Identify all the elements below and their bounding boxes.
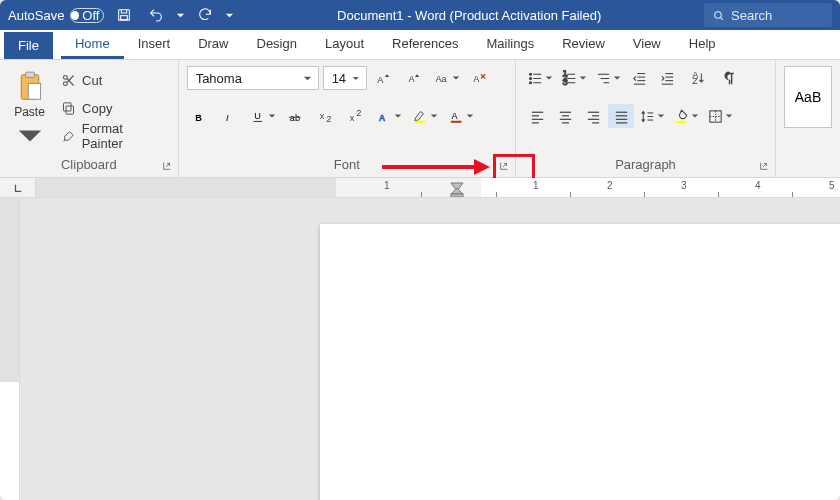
tab-references[interactable]: References [378,30,472,59]
tab-layout[interactable]: Layout [311,30,378,59]
copy-label: Copy [82,101,112,116]
align-left-button[interactable] [524,104,550,128]
svg-text:2: 2 [356,108,361,118]
svg-text:ab: ab [290,112,300,122]
hanging-indent-marker[interactable] [450,187,464,197]
clipboard-group-label: Clipboard [0,157,178,177]
autosave-switch[interactable]: Off [70,8,104,23]
align-center-button[interactable] [552,104,578,128]
toggle-dot-icon [71,11,79,20]
group-clipboard: Paste Cut Copy Format Painter Clipboa [0,60,179,177]
cut-button[interactable]: Cut [57,68,170,92]
undo-button[interactable] [144,3,168,27]
ruler-tick-label: 4 [755,180,761,191]
superscript-button[interactable]: x2 [343,104,369,128]
strikethrough-button[interactable]: ab [283,104,309,128]
tab-review[interactable]: Review [548,30,619,59]
svg-rect-1 [121,16,128,20]
svg-rect-4 [25,72,34,77]
ruler-tick-label: 1 [533,180,539,191]
multilevel-list-button[interactable] [592,66,624,90]
redo-button[interactable] [193,3,217,27]
save-button[interactable] [112,3,136,27]
bold-button[interactable]: B [187,104,213,128]
tab-mailings[interactable]: Mailings [473,30,549,59]
align-right-button[interactable] [580,104,606,128]
grow-font-button[interactable]: A [371,66,397,90]
shading-button[interactable] [670,104,702,128]
scissors-icon [61,73,76,88]
ruler-tick-label: 1 [384,180,390,191]
ribbon-tabs: File Home Insert Draw Design Layout Refe… [0,30,840,60]
ruler-tick-label: 2 [607,180,613,191]
paste-button[interactable]: Paste [8,66,51,157]
justify-button[interactable] [608,104,634,128]
svg-text:A: A [377,74,384,84]
svg-text:x: x [350,112,355,122]
font-size-select[interactable]: 14 [323,66,367,90]
svg-point-2 [715,11,722,17]
svg-point-32 [529,81,531,83]
style-preview-text: AaB [795,89,821,105]
line-spacing-button[interactable] [636,104,668,128]
autosave-label: AutoSave [8,8,64,23]
cut-label: Cut [82,73,102,88]
ruler-tick-label: 5 [829,180,835,191]
shrink-font-button[interactable]: A [401,66,427,90]
paste-label: Paste [14,105,45,119]
tab-home[interactable]: Home [61,30,124,59]
highlight-color-button[interactable] [409,104,441,128]
page [320,224,840,500]
window-title: Document1 - Word (Product Activation Fai… [242,8,696,23]
autosave-toggle[interactable]: AutoSave Off [8,8,104,23]
svg-text:I: I [226,112,229,122]
italic-button[interactable]: I [217,104,243,128]
svg-text:x: x [320,111,325,121]
group-styles: AaB [776,60,840,177]
clear-formatting-button[interactable]: A [467,66,493,90]
font-name-select[interactable]: Tahoma [187,66,319,90]
copy-button[interactable]: Copy [57,96,170,120]
tab-design[interactable]: Design [243,30,311,59]
font-dialog-launcher[interactable] [497,159,511,173]
tab-insert[interactable]: Insert [124,30,185,59]
format-painter-label: Format Painter [82,121,166,151]
qat-customize-icon[interactable] [225,11,234,20]
document-canvas[interactable]: "Chiếc lược ngà" là một nhan đề h chủ đề… [20,198,840,500]
svg-rect-8 [66,106,74,114]
search-input[interactable]: Search [704,3,832,27]
tab-help[interactable]: Help [675,30,730,59]
paragraph-dialog-launcher[interactable] [757,159,771,173]
svg-text:Z: Z [692,76,698,86]
bullets-button[interactable] [524,66,556,90]
decrease-indent-button[interactable] [626,66,652,90]
increase-indent-button[interactable] [654,66,680,90]
svg-rect-27 [450,120,461,122]
underline-button[interactable]: U [247,104,279,128]
chevron-down-icon [303,74,312,83]
pilcrow-button[interactable] [716,66,742,90]
style-normal[interactable]: AaB [784,66,832,128]
ribbon: Paste Cut Copy Format Painter Clipboa [0,60,840,178]
text-effects-button[interactable]: A [373,104,405,128]
tab-view[interactable]: View [619,30,675,59]
format-painter-button[interactable]: Format Painter [57,124,170,148]
svg-text:A: A [451,111,458,121]
clipboard-dialog-launcher[interactable] [160,159,174,173]
tab-file[interactable]: File [4,32,53,59]
ruler-horizontal[interactable]: 1 1 2 3 4 5 [0,178,840,198]
borders-button[interactable] [704,104,736,128]
subscript-button[interactable]: x2 [313,104,339,128]
tab-selector[interactable] [0,178,36,197]
change-case-button[interactable]: Aa [431,66,463,90]
numbering-button[interactable]: 123 [558,66,590,90]
autosave-state: Off [82,8,99,23]
sort-button[interactable]: AZ [682,66,714,90]
paragraph-group-label: Paragraph [516,157,775,177]
font-color-button[interactable]: A [445,104,477,128]
undo-caret-icon[interactable] [176,11,185,20]
svg-rect-77 [451,194,463,197]
svg-text:A: A [473,74,480,84]
tab-draw[interactable]: Draw [184,30,242,59]
ruler-vertical[interactable]: 2 1 [0,198,20,500]
